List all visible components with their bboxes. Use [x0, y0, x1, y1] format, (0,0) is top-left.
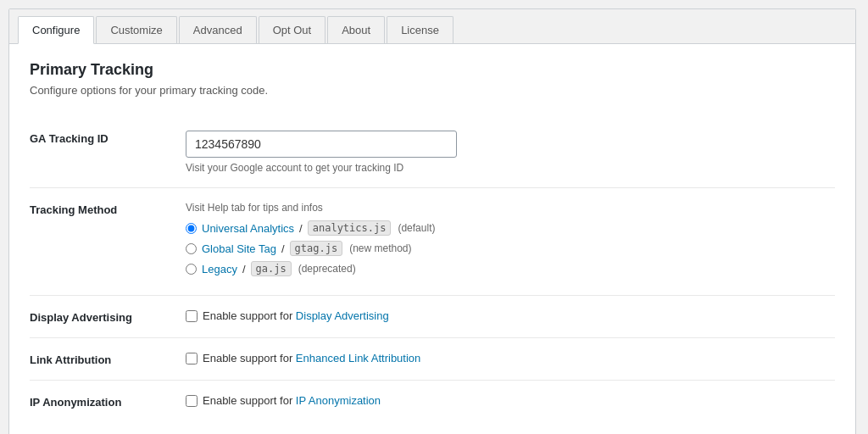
display-advertising-label: Display Advertising: [30, 296, 182, 338]
section-title: Primary Tracking: [30, 61, 835, 79]
code-gst: gtag.js: [290, 241, 343, 256]
separator-legacy: /: [242, 263, 246, 275]
tab-opt-out[interactable]: Opt Out: [259, 16, 326, 43]
separator-ua: /: [299, 222, 303, 235]
link-attribution-before: Enable support for: [203, 352, 296, 364]
tab-license[interactable]: License: [387, 16, 453, 43]
link-global-site-tag[interactable]: Global Site Tag: [202, 242, 276, 255]
tracking-method-hint: Visit Help tab for tips and infos: [186, 202, 835, 214]
checkbox-ip-anonymization[interactable]: [186, 395, 198, 407]
link-enhanced-link-attribution[interactable]: Enhanced Link Attribution: [296, 352, 420, 364]
link-attribution-option: Enable support for Enhanced Link Attribu…: [186, 352, 835, 364]
tab-configure[interactable]: Configure: [18, 16, 94, 44]
tracking-method-row: Tracking Method Visit Help tab for tips …: [30, 188, 835, 296]
link-attribution-label: Link Attribution: [30, 338, 182, 381]
link-legacy[interactable]: Legacy: [202, 263, 237, 275]
radio-gst[interactable]: [186, 243, 197, 254]
separator-gst: /: [281, 242, 285, 255]
display-advertising-option: Enable support for Display Advertising: [186, 309, 835, 322]
link-attribution-text: Enable support for Enhanced Link Attribu…: [203, 352, 420, 364]
display-advertising-before: Enable support for: [203, 309, 296, 322]
link-attribution-field: Enable support for Enhanced Link Attribu…: [182, 338, 835, 381]
section-description: Configure options for your primary track…: [30, 84, 835, 97]
ga-tracking-id-field: Visit your Google account to get your tr…: [182, 117, 835, 188]
tab-advanced[interactable]: Advanced: [179, 16, 257, 43]
link-display-advertising[interactable]: Display Advertising: [296, 309, 389, 322]
radio-legacy[interactable]: [186, 264, 197, 275]
settings-form: GA Tracking ID Visit your Google account…: [30, 117, 835, 422]
ga-tracking-id-input[interactable]: [186, 131, 457, 158]
ga-tracking-id-hint: Visit your Google account to get your tr…: [186, 162, 835, 174]
tracking-method-field: Visit Help tab for tips and infos Univer…: [182, 188, 835, 296]
tracking-method-label: Tracking Method: [30, 188, 182, 296]
checkbox-display-advertising[interactable]: [186, 310, 198, 322]
tab-customize[interactable]: Customize: [96, 16, 176, 43]
radio-option-gst: Global Site Tag / gtag.js (new method): [186, 241, 835, 256]
ip-anonymization-before: Enable support for: [203, 394, 296, 407]
ip-anonymization-text: Enable support for IP Anonymization: [203, 394, 381, 407]
code-legacy: ga.js: [251, 261, 292, 276]
link-attribution-row: Link Attribution Enable support for Enha…: [30, 338, 835, 381]
display-advertising-field: Enable support for Display Advertising: [182, 296, 835, 338]
tab-about[interactable]: About: [327, 16, 385, 43]
tabs-bar: Configure Customize Advanced Opt Out Abo…: [9, 9, 855, 44]
display-advertising-row: Display Advertising Enable support for D…: [30, 296, 835, 338]
checkbox-link-attribution[interactable]: [186, 353, 198, 364]
radio-option-legacy: Legacy / ga.js (deprecated): [186, 261, 835, 276]
note-gst: (new method): [349, 242, 411, 254]
display-advertising-text: Enable support for Display Advertising: [203, 309, 389, 322]
ip-anonymization-option: Enable support for IP Anonymization: [186, 394, 835, 407]
ip-anonymization-row: IP Anonymization Enable support for IP A…: [30, 381, 835, 423]
settings-container: Configure Customize Advanced Opt Out Abo…: [8, 8, 856, 434]
ip-anonymization-field: Enable support for IP Anonymization: [182, 381, 835, 423]
note-ua: (default): [398, 222, 435, 234]
link-ip-anonymization[interactable]: IP Anonymization: [296, 394, 381, 407]
radio-option-ua: Universal Analytics / analytics.js (defa…: [186, 220, 835, 236]
ga-tracking-id-label: GA Tracking ID: [30, 117, 182, 188]
tab-content: Primary Tracking Configure options for y…: [9, 44, 855, 434]
ip-anonymization-label: IP Anonymization: [30, 381, 182, 423]
radio-ua[interactable]: [186, 223, 197, 234]
ga-tracking-id-row: GA Tracking ID Visit your Google account…: [30, 117, 835, 188]
note-legacy: (deprecated): [298, 263, 356, 275]
link-universal-analytics[interactable]: Universal Analytics: [202, 222, 294, 235]
code-ua: analytics.js: [308, 220, 392, 236]
